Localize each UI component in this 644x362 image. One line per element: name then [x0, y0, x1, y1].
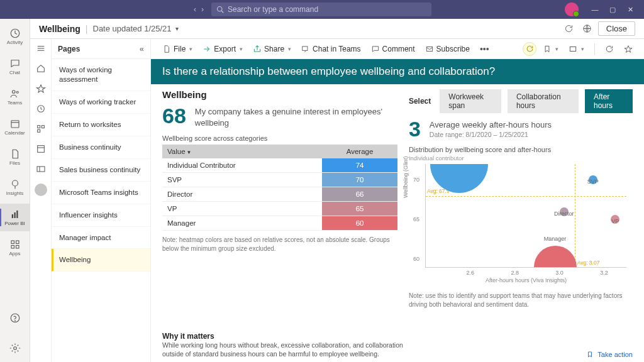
svg-point-17 [14, 321, 15, 321]
workspace-avatar[interactable] [35, 184, 47, 196]
help-button[interactable] [0, 304, 30, 332]
search-box[interactable]: Search or type a command [211, 3, 431, 16]
metric-tabs: Select Workweek spanCollaboration hoursA… [409, 89, 633, 113]
app-power-bi[interactable]: Power BI [0, 204, 30, 231]
svg-rect-28 [37, 146, 44, 153]
table-row: VP65 [162, 202, 397, 216]
chat-teams-button[interactable]: Chat in Teams [297, 43, 364, 55]
page-header: Wellbeing | Date updated 1/25/21 ▾ Close [30, 19, 644, 39]
page-item[interactable]: Ways of working assessment [52, 59, 150, 91]
bookmark-icon [586, 351, 594, 358]
app-teams[interactable]: Teams [0, 83, 30, 111]
hamburger-icon[interactable] [35, 43, 47, 54]
metric-tab[interactable]: After hours [585, 89, 633, 113]
svg-rect-10 [14, 212, 15, 218]
page-item[interactable]: Wellbeing [52, 249, 150, 272]
svg-point-3 [12, 90, 15, 94]
app-chat[interactable]: Chat [0, 53, 30, 80]
take-action-link[interactable]: Take action [586, 351, 633, 358]
reset-button[interactable] [523, 42, 536, 56]
chart-sublabel: Individual contributor [409, 155, 633, 162]
svg-point-7 [12, 180, 18, 186]
col-average[interactable]: Average [322, 145, 397, 158]
export-menu[interactable]: Export▾ [199, 43, 247, 55]
after-hours-value: 3 [409, 118, 421, 140]
page-item[interactable]: Manager impact [52, 227, 150, 250]
app-insights[interactable]: Insights [0, 173, 30, 201]
chevron-down-icon[interactable]: ▾ [175, 25, 179, 32]
report-content: File▾ Export▾ Share▾ Chat in Teams Comme… [151, 39, 644, 362]
pages-header: Pages [58, 45, 80, 53]
page-item[interactable]: Sales business continuity [52, 159, 150, 182]
svg-point-18 [13, 346, 16, 349]
file-menu[interactable]: File▾ [158, 43, 196, 55]
svg-marker-23 [36, 85, 45, 92]
table-row: Manager60 [162, 216, 397, 231]
nav-back[interactable]: ‹ [194, 5, 196, 14]
app-activity[interactable]: Activity [0, 23, 30, 50]
teams-app-rail: Activity Chat Teams Calendar Files Insig… [0, 19, 30, 362]
app-files[interactable]: Files [0, 143, 30, 171]
share-menu[interactable]: Share▾ [249, 43, 295, 55]
x-axis-label: After-hours hours (Viva Insights) [486, 277, 567, 283]
svg-point-0 [218, 7, 223, 12]
page-title: Wellbeing [39, 24, 80, 34]
settings-button[interactable] [0, 334, 30, 362]
col-value[interactable]: Value▼ [162, 145, 322, 158]
svg-rect-5 [11, 121, 19, 128]
svg-rect-15 [16, 246, 19, 249]
app-apps[interactable]: Apps [0, 234, 30, 261]
bookmark-menu[interactable]: ▾ [539, 43, 562, 55]
svg-rect-27 [37, 129, 40, 132]
page-item[interactable]: Return to worksites [52, 114, 150, 136]
collapse-icon[interactable]: « [140, 44, 144, 53]
recent-icon[interactable] [35, 103, 47, 114]
metric-tab[interactable]: Collaboration hours [508, 89, 579, 113]
subscribe-button[interactable]: Subscribe [421, 43, 474, 55]
why-it-matters-title: Why it matters [162, 332, 403, 341]
home-icon[interactable] [35, 63, 47, 74]
globe-icon[interactable] [582, 24, 592, 33]
after-hours-desc: Average weekly after-hours hours [430, 118, 552, 131]
svg-rect-11 [16, 211, 18, 218]
favorite-icon[interactable] [35, 83, 47, 94]
workspace-rail [30, 39, 52, 362]
apps-grid-icon[interactable] [35, 123, 47, 134]
question-banner: Is there a relationship between employee… [151, 59, 644, 84]
page-item[interactable]: Ways of working tracker [52, 91, 150, 114]
svg-rect-13 [16, 241, 19, 244]
svg-rect-14 [11, 246, 14, 249]
page-item[interactable]: Influencer insights [52, 204, 150, 227]
window-close[interactable]: ✕ [621, 6, 639, 14]
y-axis-label: Wellbeing (Glint) [402, 156, 409, 197]
favorite-report-button[interactable] [620, 43, 636, 55]
app-calendar[interactable]: Calendar [0, 113, 30, 141]
view-menu[interactable]: ▾ [565, 43, 588, 55]
refresh-report-button[interactable] [601, 43, 618, 55]
chart-title: Distribution by wellbeing score and afte… [409, 146, 633, 153]
more-menu[interactable]: ••• [476, 42, 493, 56]
wellbeing-title: Wellbeing [162, 89, 397, 100]
workspace-icon[interactable] [35, 163, 47, 175]
pages-sidebar: Pages « Ways of working assessmentWays o… [52, 39, 151, 362]
table-note: Note: heatmap colors are based on relati… [162, 236, 397, 253]
svg-rect-12 [11, 241, 14, 244]
page-item[interactable]: Microsoft Teams insights [52, 182, 150, 204]
close-button[interactable]: Close [598, 21, 635, 36]
table-row: Director66 [162, 187, 397, 202]
window-minimize[interactable]: — [586, 6, 604, 13]
tabs-label: Select [409, 97, 431, 106]
chart-note: Note: use this to identify and support t… [409, 292, 633, 309]
browse-icon[interactable] [35, 143, 47, 155]
page-item[interactable]: Business continuity [52, 136, 150, 159]
table-row: Individual Contributor74 [162, 158, 397, 173]
user-avatar[interactable] [565, 3, 579, 16]
comment-button[interactable]: Comment [367, 43, 419, 55]
score-table-title: Wellbeing score across categories [162, 134, 397, 142]
nav-forward[interactable]: › [201, 5, 204, 14]
window-maximize[interactable]: ▢ [604, 6, 621, 14]
svg-line-1 [221, 11, 223, 13]
metric-tab[interactable]: Workweek span [440, 89, 501, 113]
titlebar: ‹ › Search or type a command — ▢ ✕ [0, 0, 644, 19]
refresh-icon[interactable] [564, 24, 574, 33]
